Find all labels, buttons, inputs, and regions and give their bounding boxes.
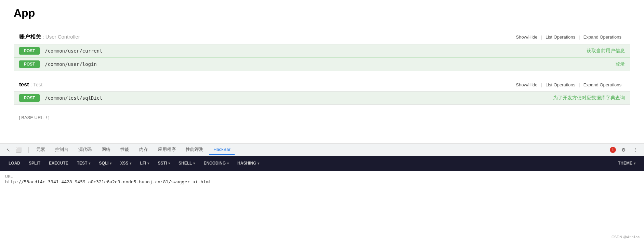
tab-console[interactable]: 控制台 — [51, 144, 73, 155]
tab-perf-insights[interactable]: 性能评测 — [182, 144, 208, 155]
api-path-login: /common/user/login — [45, 61, 610, 67]
url-value: http://53acdf4c-3941-4428-9459-a0c321e6a… — [5, 179, 639, 184]
api-desc-sqldict: 为了开发方便对应数据库字典查询 — [553, 95, 625, 101]
api-path-current: /common/user/current — [45, 48, 581, 54]
method-badge-post-login: POST — [19, 60, 40, 68]
more-icon[interactable]: ⋮ — [631, 145, 641, 155]
main-content: App 账户相关 : User Controller Show/Hide | L… — [0, 0, 644, 143]
hackbar-sqli[interactable]: SQLI ▾ — [95, 159, 115, 167]
method-badge-post-sqldict: POST — [19, 94, 40, 102]
api-desc-login: 登录 — [615, 61, 625, 67]
section-title-user: 账户相关 : User Controller — [19, 33, 80, 41]
api-row-test-sqldict[interactable]: POST /common/test/sqlDict 为了开发方便对应数据库字典查… — [14, 91, 630, 104]
section-actions-test: Show/Hide | List Operations | Expand Ope… — [513, 82, 625, 87]
section-title-bold-test: test — [19, 82, 29, 87]
list-ops-test[interactable]: List Operations — [542, 82, 579, 87]
url-label: URL — [5, 174, 639, 179]
ssti-arrow: ▾ — [168, 161, 170, 165]
section-title-test: test : Test — [19, 82, 43, 88]
section-header-test: test : Test Show/Hide | List Operations … — [14, 78, 630, 91]
section-header-user: 账户相关 : User Controller Show/Hide | List … — [14, 30, 630, 44]
api-row-user-login[interactable]: POST /common/user/login 登录 — [14, 58, 630, 71]
lfi-arrow: ▾ — [147, 161, 149, 165]
method-badge-post-current: POST — [19, 47, 40, 55]
devtools-right: 1 ⚙ ⋮ — [610, 145, 641, 155]
test-arrow: ▾ — [89, 161, 90, 165]
hackbar-execute[interactable]: EXECUTE — [45, 159, 72, 167]
api-path-sqldict: /common/test/sqlDict — [45, 95, 548, 101]
hackbar-lfi[interactable]: LFI ▾ — [136, 159, 153, 167]
section-title-bold-user: 账户相关 — [19, 34, 41, 40]
xss-arrow: ▾ — [130, 161, 131, 165]
api-row-user-current[interactable]: POST /common/user/current 获取当前用户信息 — [14, 44, 630, 58]
tab-performance[interactable]: 性能 — [116, 144, 133, 155]
encoding-arrow: ▾ — [227, 161, 229, 165]
hackbar-xss[interactable]: XSS ▾ — [117, 159, 135, 167]
devtools-icons: ↖ ⬜ — [3, 145, 23, 155]
shell-arrow: ▾ — [193, 161, 195, 165]
section-actions-user: Show/Hide | List Operations | Expand Ope… — [513, 34, 625, 40]
sqli-arrow: ▾ — [110, 161, 111, 165]
hackbar-load[interactable]: LOAD — [5, 159, 24, 167]
error-indicator: 1 — [610, 147, 616, 153]
section-controller-user: : User Controller — [42, 34, 80, 40]
test-section: test : Test Show/Hide | List Operations … — [14, 78, 630, 105]
hackbar-theme[interactable]: THEME ▾ — [615, 159, 639, 167]
url-area: URL http://53acdf4c-3941-4428-9459-a0c32… — [0, 171, 644, 188]
hackbar-encoding[interactable]: ENCODING ▾ — [200, 159, 232, 167]
tab-application[interactable]: 应用程序 — [154, 144, 180, 155]
section-controller-test: : Test — [30, 82, 43, 87]
show-hide-test[interactable]: Show/Hide — [513, 82, 541, 87]
theme-arrow: ▾ — [634, 161, 635, 165]
hackbar-shell[interactable]: SHELL ▾ — [175, 159, 198, 167]
hashing-arrow: ▾ — [258, 161, 259, 165]
hackbar-toolbar: LOAD SPLIT EXECUTE TEST ▾ SQLI ▾ XSS ▾ L… — [0, 156, 644, 171]
hackbar-ssti[interactable]: SSTI ▾ — [154, 159, 173, 167]
hackbar-hashing[interactable]: HASHING ▾ — [234, 159, 263, 167]
hackbar-split[interactable]: SPLIT — [25, 159, 44, 167]
show-hide-user[interactable]: Show/Hide — [513, 34, 541, 40]
inspect-icon[interactable]: ⬜ — [14, 145, 23, 155]
devtools-bar: ↖ ⬜ 元素 控制台 源代码 网络 性能 内存 应用程序 性能评测 HackBa… — [0, 143, 644, 156]
hackbar-test[interactable]: TEST ▾ — [74, 159, 94, 167]
cursor-icon[interactable]: ↖ — [3, 145, 13, 155]
expand-ops-test[interactable]: Expand Operations — [580, 82, 625, 87]
settings-icon[interactable]: ⚙ — [619, 145, 628, 155]
list-ops-user[interactable]: List Operations — [542, 34, 579, 40]
tab-network[interactable]: 网络 — [97, 144, 115, 155]
error-badge: 1 — [610, 147, 616, 153]
devtools-separator — [28, 147, 29, 153]
tab-hackbar[interactable]: HackBar — [209, 145, 235, 155]
app-title: App — [14, 7, 630, 19]
user-section: 账户相关 : User Controller Show/Hide | List … — [14, 30, 630, 71]
expand-ops-user[interactable]: Expand Operations — [580, 34, 625, 40]
api-desc-current: 获取当前用户信息 — [587, 48, 625, 54]
tab-memory[interactable]: 内存 — [135, 144, 152, 155]
base-url: [ BASE URL: / ] — [14, 112, 630, 124]
tab-elements[interactable]: 元素 — [32, 144, 49, 155]
tab-sources[interactable]: 源代码 — [74, 144, 96, 155]
